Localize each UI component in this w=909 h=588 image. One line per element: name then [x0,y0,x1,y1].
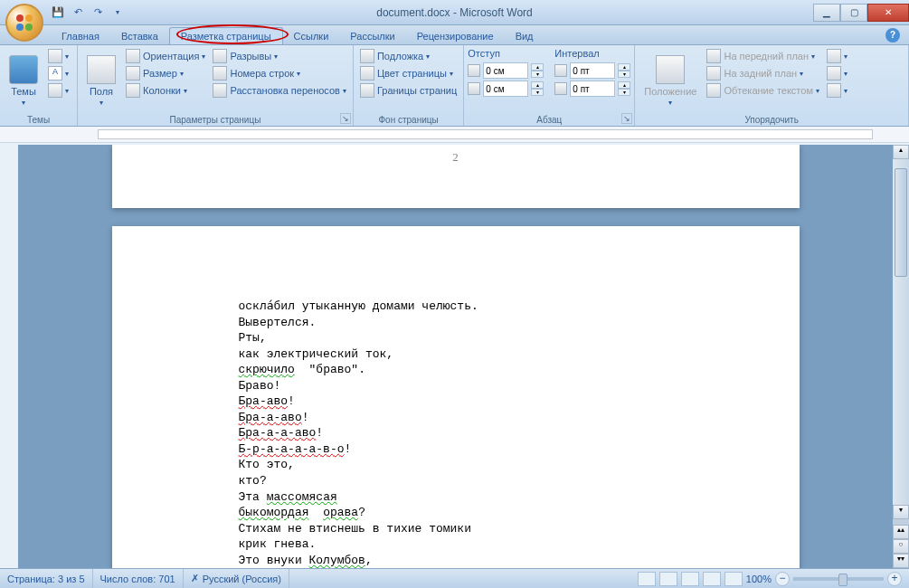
status-word-count[interactable]: Число слов: 701 [93,569,184,588]
columns-icon [126,83,140,98]
browse-object-button[interactable]: ○ [893,539,909,554]
svg-point-1 [25,14,33,22]
draft-view-button[interactable] [724,572,743,586]
hyphenation-button[interactable]: Расстановка переносов▾ [210,82,348,99]
proofing-icon: ✗ [191,573,199,584]
prev-page-button[interactable]: ▴▴ [893,525,909,539]
group-page-setup-label: Параметры страницы [81,114,349,126]
web-layout-view-button[interactable] [681,572,699,586]
margins-button[interactable]: Поля ▾ [81,48,121,114]
tab-insert[interactable]: Вставка [110,28,169,44]
fonts-icon: A [48,66,62,81]
status-language[interactable]: ✗Русский (Россия) [184,569,289,588]
next-page-button[interactable]: ▾▾ [893,554,909,568]
page-setup-launcher[interactable]: ↘ [340,113,351,124]
spacing-before-input[interactable] [570,62,615,79]
page-number: 2 [112,150,800,165]
undo-icon[interactable]: ↶ [71,5,85,20]
document-text[interactable]: оскла́бил утыканную домами челюсть.Вывер… [239,299,673,568]
theme-effects-button[interactable]: ▾ [45,82,71,99]
svg-point-0 [16,14,24,22]
qat-customize-icon[interactable]: ▾ [110,5,125,20]
spacing-before-spinner[interactable]: ▴▾ [618,63,630,78]
watermark-icon [360,49,374,63]
tab-mailings[interactable]: Рассылки [339,28,405,44]
page-previous-bottom: 2 [112,145,800,208]
tab-references[interactable]: Ссылки [283,28,340,44]
maximize-button[interactable]: ▢ [840,4,867,22]
page-current[interactable]: оскла́бил утыканную домами челюсть.Вывер… [112,226,800,568]
watermark-button[interactable]: Подложка▾ [357,48,459,64]
zoom-out-button[interactable]: − [775,572,790,586]
scroll-thumb[interactable] [895,168,907,277]
document-scroll[interactable]: 2 оскла́бил утыканную домами челюсть.Выв… [18,145,893,568]
position-icon [656,55,685,84]
quick-access-toolbar: 💾 ↶ ↷ ▾ [51,5,125,20]
theme-fonts-button[interactable]: A▾ [45,65,71,81]
vertical-scrollbar[interactable]: ▴ ▾ ▴▴ ○ ▾▾ [893,145,909,568]
page-borders-button[interactable]: Границы страниц [357,82,459,99]
tab-view[interactable]: Вид [505,28,544,44]
indent-left-spinner[interactable]: ▴▾ [531,63,544,78]
help-button[interactable]: ? [885,28,900,43]
print-layout-view-button[interactable] [638,572,656,586]
spacing-after-input[interactable] [570,81,615,97]
orientation-icon [126,49,140,63]
page-color-button[interactable]: Цвет страницы▾ [357,65,459,81]
horizontal-ruler[interactable] [0,127,909,143]
indent-right-input[interactable] [483,81,528,97]
scroll-down-button[interactable]: ▾ [893,505,909,519]
orientation-button[interactable]: Ориентация▾ [123,48,208,64]
close-button[interactable]: ✕ [867,4,909,22]
outline-view-button[interactable] [703,572,721,586]
group-arrange: Положение ▾ На передний план▾ На задний … [635,45,909,126]
zoom-level[interactable]: 100% [746,574,772,584]
group-arrange-label: Упорядочить [639,114,904,126]
full-screen-view-button[interactable] [659,572,677,586]
status-page[interactable]: Страница: 3 из 5 [0,569,93,588]
size-icon [126,66,140,81]
redo-icon[interactable]: ↷ [90,5,105,20]
bring-front-icon [706,49,721,63]
size-button[interactable]: Размер▾ [123,65,208,81]
indent-left-input[interactable] [483,62,528,79]
status-bar: Страница: 3 из 5 Число слов: 701 ✗Русски… [0,568,909,588]
indent-right-spinner[interactable]: ▴▾ [531,81,544,96]
tab-page-layout[interactable]: Разметка страницы [169,27,283,44]
zoom-slider[interactable] [793,577,884,581]
paragraph-launcher[interactable]: ↘ [621,113,632,124]
colors-icon [48,49,62,63]
office-button[interactable] [5,4,43,42]
scroll-up-button[interactable]: ▴ [893,145,909,159]
zoom-in-button[interactable]: + [887,572,902,586]
columns-button[interactable]: Колонки▾ [123,82,208,99]
tab-review[interactable]: Рецензирование [406,28,505,44]
title-bar: 💾 ↶ ↷ ▾ document.docx - Microsoft Word ▁… [0,0,909,25]
group-page-setup: Поля ▾ Ориентация▾ Размер▾ Колонки▾ Разр… [78,45,354,126]
group-paragraph-label: Абзац [468,114,630,126]
ribbon-tabs: Главная Вставка Разметка страницы Ссылки… [0,25,909,45]
position-button: Положение ▾ [639,48,702,114]
themes-button[interactable]: Темы ▾ [4,48,43,114]
send-back-icon [706,66,721,81]
indent-header: Отступ [468,48,544,59]
ribbon: Темы ▾ ▾ A▾ ▾ Темы Поля ▾ Ориентация▾ Ра… [0,45,909,127]
spacing-after-spinner[interactable]: ▴▾ [618,81,630,96]
send-back-button: На задний план▾ [704,65,822,81]
breaks-button[interactable]: Разрывы▾ [210,48,348,64]
indent-left-icon [468,64,480,77]
minimize-button[interactable]: ▁ [813,4,840,22]
margins-label: Поля [90,86,113,97]
line-numbers-button[interactable]: Номера строк▾ [210,65,348,81]
group-objects-button: ▾ [824,65,850,81]
group-objects-icon [827,66,841,81]
scroll-track[interactable] [893,159,909,505]
align-button: ▾ [824,48,850,64]
page-borders-icon [360,83,374,98]
save-icon[interactable]: 💾 [51,5,65,20]
themes-label: Темы [11,86,36,97]
vertical-ruler[interactable] [0,145,18,568]
breaks-icon [213,49,227,63]
tab-home[interactable]: Главная [51,28,110,44]
theme-colors-button[interactable]: ▾ [45,48,71,64]
